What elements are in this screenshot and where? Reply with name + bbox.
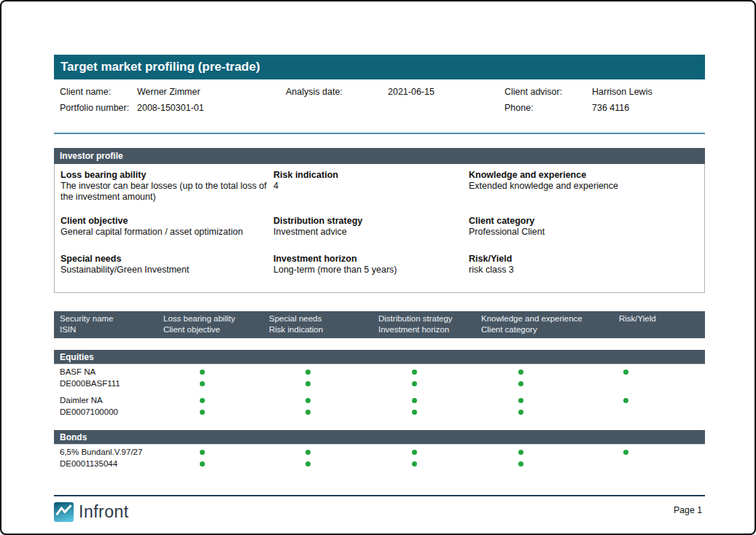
- investor-profile-row: Client objective General capital formati…: [55, 215, 704, 238]
- field-value: 4: [273, 181, 469, 192]
- report-page: Target market profiling (pre-trade) Clie…: [0, 0, 756, 535]
- match-dot: [412, 450, 417, 455]
- match-dot: [305, 450, 311, 455]
- matrix-header-row-2: ISIN Client objective Risk indication In…: [54, 325, 705, 336]
- client-info-row: Portfolio number: 2008-150301-01 Phone: …: [54, 100, 705, 116]
- header-divider: [54, 133, 705, 134]
- field-label: Risk indication: [273, 169, 469, 181]
- security-name-line: Daimler NA: [54, 395, 705, 407]
- investor-profile-section: Investor profile Loss bearing ability Th…: [54, 148, 705, 293]
- client-name-value: Werner Zimmer: [137, 87, 286, 97]
- match-dot: [305, 398, 311, 403]
- col-special-needs: Special needs: [269, 314, 322, 323]
- security-row-basf: BASF NA DE000BASF111: [54, 367, 705, 389]
- group-header-bonds: Bonds: [54, 430, 705, 445]
- field-label: Risk/Yield: [469, 253, 704, 265]
- group-title: Equities: [60, 352, 94, 362]
- matrix-header: Security name Loss bearing ability Speci…: [54, 311, 705, 338]
- match-dot: [412, 381, 417, 386]
- security-name: 6,5% Bundanl.V.97/27: [60, 448, 142, 456]
- investor-profile-box: Loss bearing ability The investor can be…: [54, 164, 705, 293]
- phone-value: 736 4116: [592, 103, 705, 113]
- match-dot: [412, 410, 417, 415]
- col-distribution-strategy: Distribution strategy: [378, 314, 453, 323]
- match-dot: [518, 381, 523, 386]
- match-dot: [200, 461, 205, 466]
- phone-label: Phone:: [504, 103, 592, 113]
- match-dot: [623, 370, 628, 375]
- group-header-equities: Equities: [54, 350, 705, 364]
- field-value: Sustainability/Green Investment: [61, 265, 272, 276]
- match-dot: [412, 370, 417, 375]
- field-value: The investor can bear losses (up to the …: [61, 181, 272, 203]
- field-investment-horizon: Investment horizon Long-term (more than …: [273, 253, 469, 276]
- field-risk-indication: Risk indication 4: [273, 169, 469, 203]
- col-client-objective: Client objective: [163, 325, 220, 334]
- field-distribution-strategy: Distribution strategy Investment advice: [273, 215, 469, 238]
- field-value: Long-term (more than 5 years): [273, 265, 469, 276]
- field-value: risk class 3: [469, 265, 680, 276]
- field-label: Special needs: [61, 253, 273, 265]
- field-value: Professional Client: [469, 227, 680, 238]
- security-isin-line: DE0001135044: [54, 458, 705, 470]
- col-loss-bearing-ability: Loss bearing ability: [163, 314, 235, 323]
- field-client-category: Client category Professional Client: [469, 215, 704, 238]
- field-value: Extended knowledge and experience: [469, 181, 680, 192]
- col-security-name: Security name: [60, 314, 114, 323]
- field-special-needs: Special needs Sustainability/Green Inves…: [61, 253, 273, 276]
- client-advisor-value: Harrison Lewis: [592, 87, 705, 97]
- field-label: Investment horizon: [273, 253, 469, 265]
- field-label: Knowledge and experience: [469, 169, 704, 181]
- field-label: Loss bearing ability: [61, 169, 273, 181]
- match-dot: [518, 370, 523, 375]
- match-dot: [518, 410, 523, 415]
- portfolio-number-value: 2008-150301-01: [137, 103, 286, 113]
- match-dot: [518, 461, 523, 466]
- match-dot: [518, 398, 523, 403]
- col-isin: ISIN: [60, 325, 76, 334]
- match-dot: [412, 398, 417, 403]
- brand-logo: Infront: [54, 502, 129, 522]
- brand-name: Infront: [79, 502, 129, 522]
- security-name: BASF NA: [60, 367, 96, 376]
- client-info-row: Client name: Werner Zimmer Analysis date…: [54, 84, 705, 100]
- field-client-objective: Client objective General capital formati…: [61, 215, 273, 238]
- group-title: Bonds: [60, 432, 87, 442]
- match-dot: [518, 450, 523, 455]
- investor-profile-title: Investor profile: [60, 151, 123, 161]
- security-isin: DE0007100000: [60, 407, 118, 416]
- match-dot: [623, 450, 628, 455]
- security-isin-line: DE000BASF111: [54, 378, 705, 390]
- match-dot: [200, 398, 205, 403]
- match-dot: [200, 370, 205, 375]
- field-knowledge-experience: Knowledge and experience Extended knowle…: [469, 169, 704, 203]
- analysis-date-label: Analysis date:: [286, 87, 388, 97]
- security-name: Daimler NA: [60, 396, 103, 405]
- security-name-line: 6,5% Bundanl.V.97/27: [54, 447, 705, 458]
- col-knowledge-experience: Knowledge and experience: [481, 314, 582, 323]
- match-dot: [623, 398, 628, 403]
- infront-logo-icon: [54, 502, 74, 522]
- field-label: Distribution strategy: [273, 215, 469, 227]
- match-dot: [305, 410, 311, 415]
- field-label: Client objective: [61, 215, 273, 227]
- matrix-header-row-1: Security name Loss bearing ability Speci…: [54, 314, 705, 325]
- security-row-bund: 6,5% Bundanl.V.97/27 DE0001135044: [54, 447, 705, 469]
- match-dot: [305, 461, 311, 466]
- report-title-bar: Target market profiling (pre-trade): [54, 55, 705, 79]
- target-market-matrix: Security name Loss bearing ability Speci…: [54, 311, 705, 469]
- match-dot: [412, 461, 417, 466]
- field-value: General capital formation / asset optimi…: [61, 227, 272, 238]
- page-title: Target market profiling (pre-trade): [61, 60, 260, 74]
- page-number: Page 1: [674, 505, 702, 515]
- match-dot: [200, 381, 205, 386]
- client-name-label: Client name:: [60, 87, 137, 97]
- analysis-date-value: 2021-06-15: [388, 87, 504, 97]
- security-isin: DE0001135044: [60, 459, 117, 468]
- match-dot: [200, 410, 205, 415]
- security-name-line: BASF NA: [54, 367, 705, 378]
- security-row-daimler: Daimler NA DE0007100000: [54, 395, 705, 418]
- col-client-category: Client category: [481, 325, 537, 334]
- security-isin: DE000BASF111: [60, 379, 120, 388]
- field-loss-bearing-ability: Loss bearing ability The investor can be…: [61, 169, 273, 203]
